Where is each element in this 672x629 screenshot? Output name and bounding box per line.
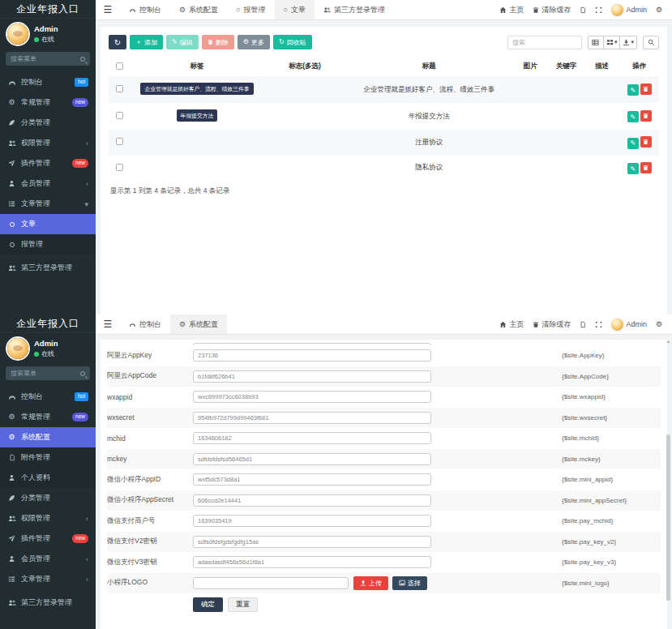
tab-config[interactable]: ⚙系统配置 (170, 314, 227, 334)
sidebar-item-category[interactable]: 分类管理 (0, 488, 96, 508)
avatar[interactable] (7, 24, 28, 45)
scrollbar-thumb[interactable] (666, 434, 670, 601)
select-all-checkbox[interactable] (116, 62, 123, 70)
home-link[interactable]: 主页 (499, 5, 524, 15)
appcode-input[interactable] (193, 370, 431, 383)
menu-search[interactable] (6, 366, 90, 380)
tab-article[interactable]: ○文章 (275, 0, 315, 19)
upload-button[interactable]: 上传 (353, 576, 388, 590)
pay-key-v2-input[interactable] (193, 536, 431, 548)
recyclebin-button[interactable]: ↻回收站 (273, 35, 312, 49)
advanced-search-button[interactable] (643, 36, 659, 49)
scroll-up-arrow-icon[interactable]: ▲ (666, 339, 670, 344)
sidebar-subitem-profile[interactable]: 个人资料 (0, 468, 96, 488)
table-search-input[interactable] (507, 36, 582, 49)
more-button[interactable]: ⚙更多 (238, 35, 270, 49)
row-edit-button[interactable]: ✎ (627, 84, 639, 96)
edit-button[interactable]: ✎编辑 (166, 35, 199, 49)
col-header-keywords[interactable]: 关键字 (548, 57, 584, 76)
sidebar-item-addon[interactable]: 插件管理 new (0, 528, 96, 549)
tab-config[interactable]: ⚙系统配置 (170, 0, 227, 19)
columns-button[interactable]: ▾ (603, 36, 621, 49)
sidebar-item-dashboard[interactable]: 控制台 hot (0, 387, 96, 407)
sidebar-subitem-config[interactable]: ⚙ 系统配置 (0, 427, 96, 447)
sidebar-item-thirdparty[interactable]: 第三方登录管理 (0, 593, 96, 613)
row-checkbox[interactable] (116, 85, 123, 92)
user-menu[interactable]: Admin (611, 4, 647, 16)
mini-appsecret-input[interactable] (193, 494, 431, 507)
scrollbar[interactable]: ▲ (666, 339, 670, 627)
row-checkbox[interactable] (116, 164, 123, 171)
col-header-flag[interactable]: 标志(多选) (264, 57, 345, 76)
table-row[interactable]: 隐私协议 ✎ (109, 156, 659, 182)
hamburger-icon[interactable]: ☰ (96, 0, 120, 19)
table-row[interactable]: 注册协议 ✎ (109, 130, 659, 156)
avatar[interactable] (7, 338, 28, 359)
sidebar-subitem-report[interactable]: 报管理 (0, 234, 96, 255)
choose-button[interactable]: 选择 (392, 576, 427, 590)
hamburger-icon[interactable]: ☰ (96, 314, 120, 334)
row-edit-button[interactable]: ✎ (627, 111, 639, 122)
fullscreen-button[interactable] (595, 321, 602, 328)
sidebar-item-article[interactable]: 文章管理 ‹ (0, 569, 96, 589)
add-button[interactable]: ＋添加 (130, 35, 163, 49)
sidebar-item-general[interactable]: ⚙ 常规管理 new (0, 407, 96, 427)
sidebar-item-dashboard[interactable]: 控制台 hot (0, 72, 96, 92)
reset-button[interactable]: 重置 (228, 597, 258, 612)
fullscreen-button[interactable] (595, 6, 602, 14)
clear-cache-link[interactable]: 清除缓存 (533, 319, 571, 330)
export-button[interactable]: ▾ (619, 36, 637, 49)
file-button[interactable] (580, 6, 586, 14)
tab-thirdparty[interactable]: 第三方登录管理 (315, 0, 394, 19)
tab-report[interactable]: ○报管理 (227, 0, 274, 19)
row-delete-button[interactable] (640, 83, 652, 95)
col-header-operate[interactable]: 操作 (620, 57, 659, 76)
tab-dashboard[interactable]: 控制台 (120, 0, 170, 19)
sidebar-item-addon[interactable]: 插件管理 new (0, 153, 96, 173)
menu-search[interactable] (6, 52, 90, 66)
pay-key-v3-input[interactable] (193, 556, 431, 568)
sidebar-item-auth[interactable]: 权限管理 ‹ (0, 133, 96, 153)
brand-title[interactable]: 企业年报入口 (0, 314, 96, 333)
col-header-description[interactable]: 描述 (584, 57, 620, 76)
sidebar-item-member[interactable]: 会员管理 ‹ (0, 549, 96, 569)
row-checkbox[interactable] (116, 138, 123, 145)
row-delete-button[interactable] (640, 136, 652, 148)
file-button[interactable] (580, 321, 586, 328)
sidebar-item-article[interactable]: 文章管理 ▾ (0, 194, 96, 214)
sidebar-item-auth[interactable]: 权限管理 ‹ (0, 508, 96, 528)
row-edit-button[interactable]: ✎ (627, 138, 639, 149)
row-edit-button[interactable]: ✎ (627, 163, 639, 174)
user-menu[interactable]: Admin (611, 319, 647, 331)
home-link[interactable]: 主页 (499, 319, 524, 330)
appkey-input[interactable] (193, 349, 431, 362)
sidebar-item-thirdparty[interactable]: 第三方登录管理 (0, 258, 96, 278)
clear-cache-link[interactable]: 清除缓存 (533, 5, 571, 15)
settings-button[interactable]: ⚙ (656, 6, 662, 14)
sidebar-subitem-attachment[interactable]: 附件管理 (0, 447, 96, 468)
submit-button[interactable]: 确定 (193, 597, 223, 612)
col-header-title[interactable]: 标题 (345, 57, 512, 76)
wxappid-input[interactable] (193, 391, 431, 403)
pay-mchid-input[interactable] (193, 515, 431, 527)
tab-dashboard[interactable]: 控制台 (120, 314, 170, 334)
sidebar-subitem-article[interactable]: 文章 (0, 214, 96, 234)
table-row[interactable]: 年报提交方法 年报提交方法 ✎ (109, 103, 659, 130)
sidebar-item-general[interactable]: ⚙ 常规管理 new (0, 92, 96, 113)
mchid-input[interactable] (193, 432, 431, 444)
mini-logo-input[interactable] (193, 577, 349, 589)
delete-button[interactable]: 删除 (202, 35, 234, 49)
col-header-image[interactable]: 图片 (512, 57, 548, 76)
col-header-tag[interactable]: 标签 (130, 57, 264, 76)
mckey-input[interactable] (193, 453, 431, 465)
settings-button[interactable]: ⚙ (656, 320, 662, 328)
brand-title[interactable]: 企业年报入口 (0, 0, 96, 19)
refresh-button[interactable]: ↻ (109, 35, 126, 49)
row-delete-button[interactable] (640, 110, 652, 122)
mini-appid-input[interactable] (193, 473, 431, 486)
table-row[interactable]: 企业管理就是抓好客户、流程、绩效三件事 企业管理就是抓好客户、流程、绩效三件事 … (109, 76, 659, 103)
menu-search-input[interactable] (11, 55, 74, 62)
wxsecret-input[interactable] (193, 412, 431, 424)
menu-search-input[interactable] (11, 370, 74, 377)
sidebar-item-category[interactable]: 分类管理 (0, 113, 96, 133)
